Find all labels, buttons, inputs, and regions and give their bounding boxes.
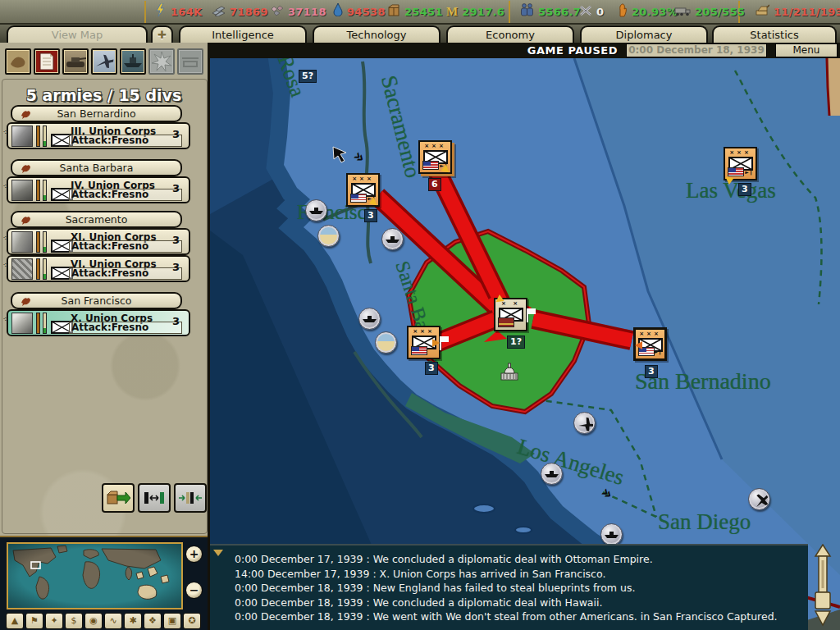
rebel-flag [498, 317, 514, 327]
beach-icon[interactable] [375, 331, 397, 354]
mapmode-political-button[interactable]: ⚑ [25, 613, 43, 629]
manpower-icon [520, 3, 534, 20]
log-message: 0:00 December 18, 1939 : We went with We… [235, 609, 808, 624]
naval-port-icon[interactable] [381, 228, 404, 250]
minimap-zoom-out-button[interactable]: − [185, 582, 203, 599]
drag-grip[interactable]: ⁘ [2, 185, 7, 189]
beach-icon[interactable] [317, 225, 340, 247]
sidebar-mode-icons [5, 48, 203, 75]
unit-row[interactable]: ⁘ IV. Union Corps Attack:Fresno 3 [7, 176, 190, 203]
division-count-badge: 1? [507, 336, 525, 349]
supplies-icon [387, 4, 400, 20]
energy-value: 164K [171, 6, 202, 18]
drag-grip[interactable]: ⁘ [2, 263, 7, 267]
drag-grip[interactable]: ⁘ [2, 130, 7, 135]
org-bar [43, 180, 47, 201]
tab-statistics[interactable]: Statistics [712, 25, 837, 43]
unit-row[interactable]: ⁘ XI. Union Corps Attack:Fresno 3 [7, 228, 190, 255]
army-group-header[interactable]: San Bernardino [11, 105, 182, 122]
spread-units-button[interactable] [138, 483, 171, 513]
mapmode-economy-button[interactable]: $ [65, 613, 83, 629]
drag-grip[interactable]: ⁘ [2, 236, 7, 240]
army-group-header[interactable]: San Francisco [11, 292, 182, 309]
money-value: 2917.6 [462, 6, 504, 18]
division-count: 3 [172, 234, 180, 246]
naval-port-icon[interactable] [541, 463, 563, 485]
merge-units-button[interactable] [174, 483, 207, 513]
army-group-header[interactable]: Santa Barbara [11, 159, 182, 176]
unit-counter-las-vegas[interactable]: ××× ►❙ 3 [724, 147, 757, 180]
tab-technology[interactable]: Technology [313, 25, 441, 43]
hq-mark: ►❙ [654, 349, 662, 354]
unit-row[interactable]: ⁘ III. Union Corps Attack:Fresno 3 [7, 122, 190, 149]
mapmode-resources-button[interactable]: ◉ [84, 613, 103, 629]
naval-port-icon[interactable] [358, 308, 381, 330]
strength-bar [36, 258, 40, 280]
mapmode-terrain-button[interactable]: ▲ [6, 613, 24, 629]
mapmode-infrastructure-button[interactable]: ∿ [104, 613, 122, 629]
resource-supplies: 25451 [387, 4, 443, 19]
dissent-value: 20.93% [632, 6, 678, 18]
division-count: 3 [172, 315, 180, 327]
tab-view-map[interactable]: View Map [7, 25, 148, 43]
minimap-zoom-in-button[interactable]: + [185, 546, 203, 563]
log-collapse-toggle[interactable] [213, 550, 223, 556]
mapmode-diplomacy-button[interactable]: ❖ [144, 613, 162, 629]
drag-grip[interactable]: ⁘ [2, 317, 7, 322]
naval-port-icon[interactable] [305, 199, 327, 221]
map-zoom-slider[interactable] [810, 544, 835, 628]
unit-order: Attack:Fresno [69, 135, 182, 147]
unit-counter-san-bernadino[interactable]: ××× ►❙ 3 [633, 327, 667, 361]
minimap[interactable] [7, 542, 183, 609]
naval-port-icon[interactable] [600, 523, 623, 546]
unit-counter-san-francisco[interactable]: ××× ►❙ 3 [346, 173, 380, 207]
transports-value: 205/555 [695, 6, 745, 18]
tab-economy[interactable]: Economy [446, 25, 574, 43]
land-units-button[interactable] [62, 48, 89, 75]
naval-units-button[interactable] [120, 48, 146, 75]
divisions-value: 11/211/193 [774, 6, 840, 18]
org-bar [43, 258, 47, 280]
division-count: 3 [172, 261, 180, 273]
unit-counter-santa-barbara[interactable]: ××× 3 [407, 326, 441, 359]
unit-counter-sacramento[interactable]: ××× ►❙ 6 [418, 140, 452, 174]
white-flag-icon [527, 308, 528, 322]
airbase-icon[interactable] [573, 412, 596, 434]
resource-money: M 2917.6 [446, 4, 504, 19]
tab-intelligence[interactable]: Intelligence [179, 25, 307, 43]
airbase-icon[interactable] [748, 488, 770, 510]
resource-metal: 71869 [212, 4, 268, 19]
move-origin-arrow [432, 339, 444, 347]
org-bar [43, 126, 47, 147]
unit-row-selected[interactable]: ⁘ X. Union Corps Attack:Fresno 3 [7, 309, 190, 336]
log-message: 14:00 December 17, 1939 : X. Union Corps… [235, 567, 808, 582]
tab-diplomacy[interactable]: Diplomacy [580, 25, 708, 43]
usa-flag [411, 346, 427, 355]
menu-button[interactable]: Menu [775, 43, 838, 57]
leader-portrait [11, 180, 33, 201]
mapmode-supply-button[interactable]: ▣ [163, 613, 181, 629]
supplies-value: 25451 [404, 6, 443, 18]
tab-unit-mode[interactable]: ✚ [151, 25, 173, 43]
army-group-header[interactable]: Sacramento [11, 211, 182, 228]
deploy-supplies-button[interactable] [102, 483, 135, 513]
move-origin-arrow [631, 341, 642, 349]
division-count-badge: 6 [428, 178, 441, 191]
mapmode-weather-button[interactable]: ✦ [45, 613, 63, 629]
mapmode-revolt-risk-button[interactable]: ✱ [124, 613, 142, 629]
status-strip: GAME PAUSED 0:00 December 18, 1939 Menu [210, 43, 840, 58]
unit-row[interactable]: ⁘ VI. Union Corps Attack:Fresno 3 [7, 255, 190, 282]
mapmode-victory-points-button[interactable]: ✪ [183, 613, 201, 629]
province-strength-badge: 5? [299, 70, 317, 83]
unit-counter-fresno-defender[interactable]: × × 1? [494, 298, 527, 331]
map-overview-button[interactable] [5, 48, 31, 75]
strength-bar [36, 313, 40, 334]
usa-flag [422, 161, 439, 170]
air-units-button[interactable] [91, 48, 117, 75]
capitol-icon [499, 360, 520, 381]
location-bird-icon [20, 162, 32, 174]
oil-icon [333, 3, 343, 20]
rare-materials-icon [271, 4, 284, 20]
division-count-badge: 3 [738, 183, 751, 196]
ledger-button[interactable] [34, 48, 60, 75]
